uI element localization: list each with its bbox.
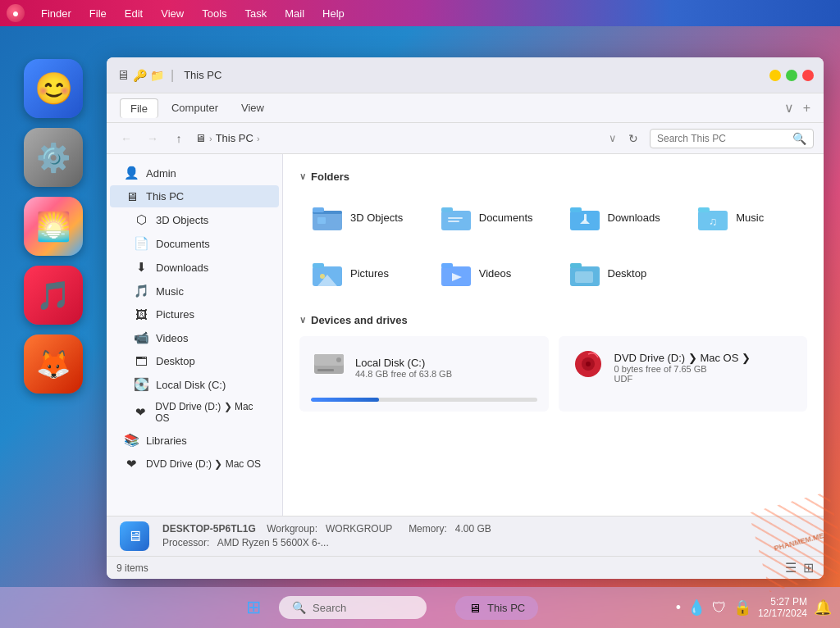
menu-view[interactable]: View: [153, 6, 192, 21]
windows-start-icon[interactable]: ⊞: [246, 597, 261, 618]
window-title: This PC: [184, 69, 221, 81]
menu-file[interactable]: File: [81, 6, 115, 21]
svg-text:♫: ♫: [709, 215, 718, 228]
dock-settings[interactable]: ⚙️: [24, 128, 83, 187]
list-view-icon[interactable]: ☰: [785, 560, 797, 576]
sidebar-item-pictures[interactable]: 🖼 Pictures: [110, 303, 279, 325]
dock-finder[interactable]: 😊: [24, 59, 83, 118]
close-button[interactable]: [802, 70, 814, 81]
menu-mail[interactable]: Mail: [276, 6, 313, 21]
svg-rect-16: [313, 263, 324, 268]
sidebar-item-documents[interactable]: 📄 Documents: [110, 232, 279, 255]
minimize-button[interactable]: [769, 70, 781, 81]
up-button[interactable]: ↑: [169, 129, 189, 148]
sysinfo-memory: 4.00 GB: [455, 523, 491, 535]
drive-d[interactable]: DVD Drive (D:) ❯ Mac OS ❯ 0 bytes free o…: [559, 336, 808, 412]
sidebar-item-desktop[interactable]: 🗔 Desktop: [110, 350, 279, 372]
explorer-window: 🖥 🔑 📁 | This PC File Computer View ∨ + ←…: [107, 57, 824, 579]
folder-videos[interactable]: Videos: [428, 248, 550, 298]
sidebar-item-dvd[interactable]: ❤ DVD Drive (D:) ❯ Mac OS: [110, 397, 279, 428]
maximize-button[interactable]: [786, 70, 797, 81]
menu-help[interactable]: Help: [314, 6, 353, 21]
sidebar-item-music[interactable]: 🎵 Music: [110, 280, 279, 303]
folder-documents[interactable]: Documents: [428, 193, 550, 242]
folders-title: Folders: [311, 171, 349, 183]
folder-downloads[interactable]: Downloads: [557, 193, 679, 242]
ribbon-tab-view[interactable]: View: [231, 98, 274, 117]
monitor-small-icon: 🖥: [195, 132, 206, 144]
refresh-button[interactable]: ↻: [623, 129, 643, 148]
search-box[interactable]: 🔍: [650, 129, 814, 148]
menu-edit[interactable]: Edit: [116, 6, 151, 21]
folder-pictures[interactable]: Pictures: [299, 248, 422, 298]
status-bar: 9 items ☰ ⊞: [107, 556, 824, 579]
svg-rect-23: [570, 263, 582, 268]
svg-point-17: [320, 274, 325, 279]
drive-d-extra: UDF: [614, 374, 751, 384]
drive-c-name: Local Disk (C:): [355, 357, 452, 369]
sidebar-item-admin[interactable]: 👤 Admin: [110, 162, 279, 184]
sidebar-label-music: Music: [156, 285, 184, 298]
taskbar-thispc-icon: 🖥: [468, 601, 481, 615]
ribbon-tab-file[interactable]: File: [120, 98, 158, 118]
address-path[interactable]: 🖥 › This PC › ∨: [195, 132, 617, 144]
folder-videos-name: Videos: [479, 267, 512, 280]
sidebar-item-videos[interactable]: 📹 Videos: [110, 326, 279, 349]
status-bar-right: ☰ ⊞: [785, 560, 814, 576]
svg-rect-24: [575, 271, 593, 283]
search-input[interactable]: [657, 133, 788, 144]
notification-icon[interactable]: 🔔: [814, 598, 832, 617]
folder-music[interactable]: ♫ Music: [685, 193, 807, 242]
folder-3dobjects-name: 3D Objects: [350, 212, 403, 224]
desktop-icon: 🗔: [133, 354, 149, 368]
sidebar: 👤 Admin 🖥 This PC ⬡ 3D Objects 📄 Documen…: [107, 154, 283, 516]
dock-music[interactable]: 🎵: [24, 266, 83, 325]
drive-c[interactable]: Local Disk (C:) 44.8 GB free of 63.8 GB: [299, 336, 549, 412]
sidebar-item-localdisk[interactable]: 💽 Local Disk (C:): [110, 373, 279, 396]
drive-d-sub: 0 bytes free of 7.65 GB: [614, 364, 751, 374]
menu-tools[interactable]: Tools: [194, 6, 235, 21]
folder-music-icon: ♫: [695, 201, 731, 234]
videos-icon: 📹: [133, 330, 149, 345]
dock-firefox[interactable]: 🦊: [24, 334, 83, 394]
drive-d-info: DVD Drive (D:) ❯ Mac OS ❯ 0 bytes free o…: [614, 352, 751, 384]
title-bar: 🖥 🔑 📁 | This PC: [107, 57, 824, 93]
sidebar-item-3dobjects[interactable]: ⬡ 3D Objects: [110, 208, 279, 231]
sidebar-item-dvd2[interactable]: ❤ DVD Drive (D:) ❯ Mac OS: [110, 453, 279, 476]
dock-photos[interactable]: 🌅: [24, 197, 83, 256]
folder-desktop[interactable]: Desktop: [557, 248, 679, 298]
grid-view-icon[interactable]: ⊞: [803, 560, 814, 576]
drives-section: ∨ Devices and drives: [299, 314, 807, 412]
back-button[interactable]: ←: [116, 129, 136, 148]
svg-rect-6: [448, 217, 463, 219]
drives-chevron-icon: ∨: [299, 315, 306, 325]
search-icon: 🔍: [792, 132, 806, 145]
taskbar-thispc[interactable]: 🖥 This PC: [455, 596, 538, 620]
key-icon: 🔑: [133, 69, 147, 82]
drive-c-bar-fill: [311, 398, 379, 402]
sidebar-item-thispc[interactable]: 🖥 This PC: [110, 185, 279, 207]
menu-task[interactable]: Task: [237, 6, 276, 21]
sidebar-item-downloads[interactable]: ⬇ Downloads: [110, 256, 279, 279]
libraries-icon: 📚: [123, 433, 139, 448]
folder-downloads-icon: [567, 201, 603, 234]
menu-finder[interactable]: Finder: [33, 6, 80, 21]
ribbon-expand[interactable]: ∨ +: [784, 100, 810, 116]
sidebar-item-libraries[interactable]: 📚 Libraries: [110, 429, 279, 452]
drive-d-icon: [570, 346, 606, 389]
taskbar-search-box[interactable]: 🔍 Search: [279, 596, 427, 619]
sidebar-label-pictures: Pictures: [156, 308, 194, 321]
sysinfo-text: DESKTOP-5P6TL1G Workgroup: WORKGROUP Mem…: [162, 522, 491, 550]
tray-dot: •: [676, 599, 681, 617]
sidebar-label-videos: Videos: [156, 332, 189, 344]
taskbar-search-label: Search: [313, 602, 346, 614]
folder-icon: 📁: [150, 69, 164, 82]
menubar: ● Finder File Edit View Tools Task Mail …: [0, 0, 840, 26]
apple-logo[interactable]: ●: [7, 4, 25, 22]
folder-3dobjects[interactable]: 3D Objects: [299, 193, 422, 242]
svg-rect-5: [441, 207, 453, 212]
folders-chevron-icon: ∨: [299, 171, 306, 182]
title-sep: |: [171, 68, 174, 83]
forward-button[interactable]: →: [143, 129, 162, 148]
ribbon-tab-computer[interactable]: Computer: [162, 98, 228, 117]
